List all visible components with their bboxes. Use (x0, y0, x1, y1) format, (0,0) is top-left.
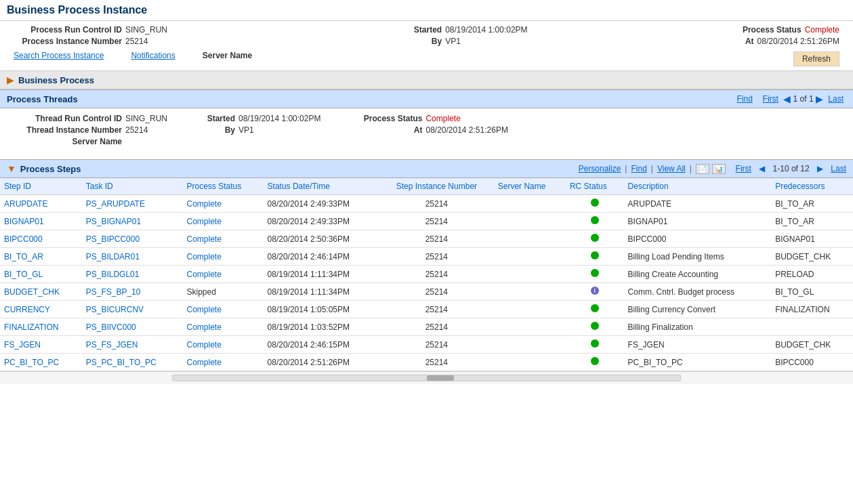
thread-at-label: At (348, 125, 422, 135)
cell-status-datetime: 08/19/2014 1:03:52PM (264, 318, 379, 336)
cell-status-datetime: 08/19/2014 1:11:34PM (264, 266, 379, 283)
steps-personalize-link[interactable]: Personalize (579, 164, 621, 173)
cell-step-id[interactable]: BUDGET_CHK (0, 283, 82, 301)
steps-icon-btn1[interactable]: 📄 (696, 164, 709, 174)
rc-status-green-dot (591, 269, 599, 277)
header-right: Process Status Complete At 08/20/2014 2:… (673, 25, 839, 66)
table-row: BIGNAP01 PS_BIGNAP01 Complete 08/20/2014… (0, 213, 853, 230)
steps-first-link[interactable]: First (736, 164, 751, 173)
steps-next-arrow[interactable]: ▶ (817, 164, 823, 173)
cell-task-id[interactable]: PS_BIGNAP01 (82, 213, 183, 230)
steps-icon-btn2[interactable]: 📊 (712, 164, 726, 174)
cell-step-id[interactable]: BIPCC000 (0, 230, 82, 248)
steps-sep2: | (651, 164, 653, 173)
scroll-track[interactable] (172, 375, 681, 381)
started-label: Started (401, 25, 442, 35)
threads-navigation: Find First ◀ 1 of 1 ▶ Last (734, 93, 846, 104)
cell-predecessors: BIGNAP01 (771, 230, 853, 248)
cell-step-id[interactable]: CURRENCY (0, 301, 82, 318)
cell-step-id[interactable]: PC_BI_TO_PC (0, 354, 82, 371)
cell-task-id[interactable]: PS_BIIVC000 (82, 318, 183, 336)
table-row: BUDGET_CHK PS_FS_BP_10 Skipped 08/19/201… (0, 283, 853, 301)
cell-status-datetime: 08/20/2014 2:46:15PM (264, 336, 379, 354)
cell-task-id[interactable]: PS_FS_JGEN (82, 336, 183, 354)
table-row: BIPCC000 PS_BIPCC000 Complete 08/20/2014… (0, 230, 853, 248)
cell-process-status: Complete (183, 266, 264, 283)
threads-find-link[interactable]: Find (737, 94, 753, 104)
thread-process-status-value: Complete (425, 114, 460, 123)
cell-step-id[interactable]: BI_TO_GL (0, 266, 82, 283)
cell-rc-status (566, 195, 624, 213)
refresh-button[interactable]: Refresh (793, 51, 839, 66)
cell-process-status: Complete (183, 195, 264, 213)
cell-process-status: Complete (183, 230, 264, 248)
cell-step-id[interactable]: BIGNAP01 (0, 213, 82, 230)
expand-icon[interactable]: ▶ (7, 75, 14, 85)
col-predecessors: Predecessors (771, 178, 853, 195)
col-task-id: Task ID (82, 178, 183, 195)
cell-task-id[interactable]: PS_ARUPDATE (82, 195, 183, 213)
steps-prev-arrow[interactable]: ◀ (759, 164, 765, 173)
search-process-instance-link[interactable]: Search Process Instance (14, 51, 104, 60)
steps-find-link[interactable]: Find (631, 164, 646, 173)
cell-task-id[interactable]: PS_BIPCC000 (82, 230, 183, 248)
cell-server-name (494, 336, 566, 354)
bottom-scrollbar[interactable] (0, 371, 853, 384)
cell-description: Billing Finalization (624, 318, 772, 336)
cell-predecessors: BIPCC000 (771, 354, 853, 371)
cell-status-datetime: 08/20/2014 2:49:33PM (264, 213, 379, 230)
thread-started-value: 08/19/2014 1:00:02PM (238, 114, 320, 123)
cell-task-id[interactable]: PS_BILDAR01 (82, 248, 183, 266)
threads-prev-arrow[interactable]: ◀ (783, 93, 791, 104)
rc-status-green-dot (591, 234, 599, 242)
cell-predecessors: BUDGET_CHK (771, 248, 853, 266)
cell-step-instance: 25214 (379, 266, 494, 283)
steps-last-link[interactable]: Last (831, 164, 846, 173)
cell-description: FS_JGEN (624, 336, 772, 354)
cell-status-datetime: 08/20/2014 2:46:14PM (264, 248, 379, 266)
notifications-link[interactable]: Notifications (131, 51, 175, 60)
business-process-section: ▶ Business Process (0, 70, 853, 89)
cell-step-id[interactable]: FS_JGEN (0, 336, 82, 354)
at-value: 08/20/2014 2:51:26PM (757, 37, 839, 46)
cell-process-status: Complete (183, 318, 264, 336)
threads-next-arrow[interactable]: ▶ (816, 93, 823, 104)
threads-first-link[interactable]: First (763, 94, 778, 104)
scroll-thumb[interactable] (427, 375, 454, 381)
steps-view-all-link[interactable]: View All (657, 164, 686, 173)
process-status-value: Complete (805, 25, 839, 35)
process-steps-title: ▼ Process Steps (7, 163, 81, 174)
process-steps-table-container: Step ID Task ID Process Status Status Da… (0, 178, 853, 371)
cell-server-name (494, 248, 566, 266)
cell-step-id[interactable]: ARUPDATE (0, 195, 82, 213)
steps-collapse-icon[interactable]: ▼ (7, 163, 16, 174)
cell-task-id[interactable]: PS_PC_BI_TO_PC (82, 354, 183, 371)
threads-last-link[interactable]: Last (828, 94, 844, 104)
cell-task-id[interactable]: PS_FS_BP_10 (82, 283, 183, 301)
at-label: At (673, 37, 754, 46)
cell-step-id[interactable]: BI_TO_AR (0, 248, 82, 266)
rc-status-green-dot (591, 339, 599, 348)
process-run-control-value: SING_RUN (125, 25, 167, 35)
thread-process-status-label: Process Status (348, 114, 422, 123)
rc-status-green-dot (591, 304, 599, 312)
cell-task-id[interactable]: PS_BICURCNV (82, 301, 183, 318)
cell-step-instance: 25214 (379, 318, 494, 336)
col-step-id: Step ID (0, 178, 82, 195)
header-section: Process Run Control ID SING_RUN Process … (0, 21, 853, 66)
cell-predecessors: BUDGET_CHK (771, 336, 853, 354)
cell-step-id[interactable]: FINALIZATION (0, 318, 82, 336)
process-instance-number-label: Process Instance Number (14, 37, 122, 46)
cell-step-instance: 25214 (379, 301, 494, 318)
cell-task-id[interactable]: PS_BILDGL01 (82, 266, 183, 283)
process-status-label: Process Status (720, 25, 802, 35)
cell-description: BIGNAP01 (624, 213, 772, 230)
cell-predecessors: BI_TO_AR (771, 195, 853, 213)
steps-navigation: Personalize | Find | View All | 📄 📊 Firs… (579, 164, 846, 174)
table-header-row: Step ID Task ID Process Status Status Da… (0, 178, 853, 195)
col-server-name: Server Name (494, 178, 566, 195)
thread-at-value: 08/20/2014 2:51:26PM (425, 125, 507, 135)
cell-server-name (494, 230, 566, 248)
col-rc-status: RC Status (566, 178, 624, 195)
steps-sep1: | (625, 164, 627, 173)
